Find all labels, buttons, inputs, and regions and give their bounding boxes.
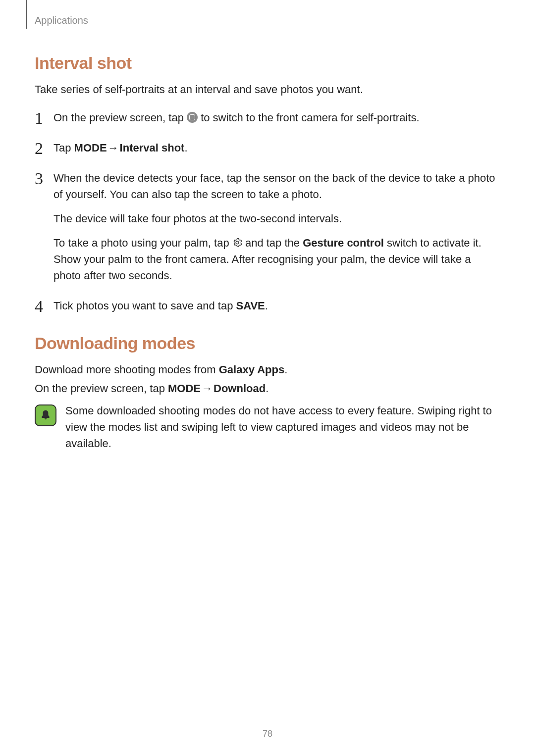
text-fragment: Tick photos you want to save and tap [54,300,236,312]
note-icon [35,404,56,426]
header-rule [26,0,27,29]
text-fragment: . [184,142,187,154]
step-3: 3 When the device detects your face, tap… [35,170,500,284]
switch-camera-icon [187,112,198,123]
note-block: Some downloaded shooting modes do not ha… [35,403,500,452]
section-intro: Take series of self-portraits at an inte… [35,82,500,98]
galaxy-apps-label: Galaxy Apps [219,363,284,376]
step-text: Tap MODE → Interval shot. [54,140,500,156]
step-1: 1 On the preview screen, tap to switch t… [35,109,500,126]
section-downloading-modes: Downloading modes Download more shooting… [35,334,500,452]
document-page: Applications Interval shot Take series o… [0,0,535,756]
page-content: Interval shot Take series of self-portra… [35,0,500,452]
section-text: On the preview screen, tap MODE → Downlo… [35,381,500,397]
section-title: Downloading modes [35,334,500,353]
step-text: On the preview screen, tap to switch to … [54,109,500,126]
mode-target: Interval shot [120,142,185,154]
step-text: The device will take four photos at the … [54,210,500,227]
gear-icon [232,238,242,248]
step-number: 1 [35,105,50,131]
section-interval-shot: Interval shot Take series of self-portra… [35,53,500,314]
step-4: 4 Tick photos you want to save and tap S… [35,298,500,314]
download-label: Download [214,382,266,395]
mode-label: MODE [74,142,107,154]
section-text: Download more shooting modes from Galaxy… [35,362,500,378]
text-fragment: Download more shooting modes from [35,363,219,376]
step-text: When the device detects your face, tap t… [54,170,500,202]
text-fragment: and tap the [245,237,303,249]
text-fragment: On the preview screen, tap [35,382,168,395]
save-label: SAVE [236,300,265,312]
step-number: 4 [35,294,50,319]
text-fragment: . [266,382,268,395]
step-text: Tick photos you want to save and tap SAV… [54,298,500,314]
arrow-icon: → [201,381,214,397]
arrow-icon: → [107,140,120,156]
text-fragment: Tap [54,142,74,154]
gesture-control-label: Gesture control [303,237,384,249]
mode-label: MODE [168,382,201,395]
step-number: 2 [35,136,50,161]
step-number: 3 [35,166,50,191]
text-fragment: . [265,300,268,312]
step-text: To take a photo using your palm, tap and… [54,235,500,284]
note-text: Some downloaded shooting modes do not ha… [65,403,500,452]
section-title: Interval shot [35,53,500,73]
page-number: 78 [0,729,535,739]
text-fragment: On the preview screen, tap [54,111,187,124]
breadcrumb: Applications [35,15,88,26]
text-fragment: To take a photo using your palm, tap [54,237,232,249]
step-2: 2 Tap MODE → Interval shot. [35,140,500,156]
text-fragment: to switch to the front camera for self-p… [201,111,419,124]
steps-list: 1 On the preview screen, tap to switch t… [35,109,500,314]
text-fragment: . [284,363,287,376]
